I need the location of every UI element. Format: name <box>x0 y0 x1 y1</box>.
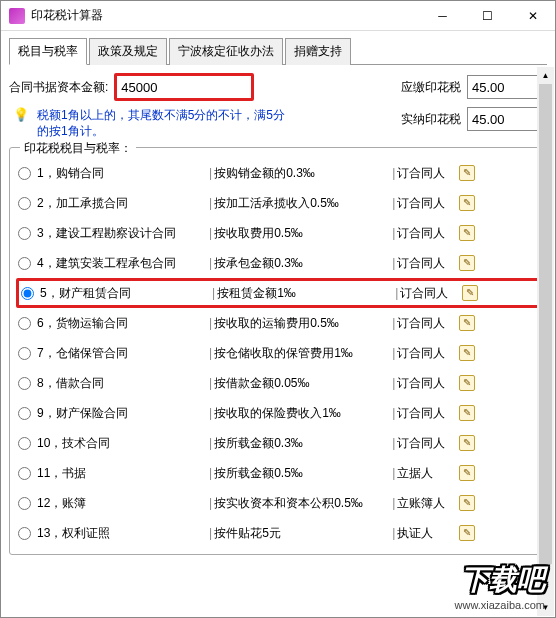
tax-item-party: 订合同人 <box>397 195 455 212</box>
tax-item-row: 7，仓储保管合同|按仓储收取的保管费用1‰|订合同人 <box>16 338 540 368</box>
doc-icon[interactable] <box>462 285 478 301</box>
window-buttons: ─ ☐ ✕ <box>420 1 555 31</box>
tax-item-row: 13，权利证照|按件贴花5元|执证人 <box>16 518 540 548</box>
tax-item-name[interactable]: 1，购销合同 <box>37 165 207 182</box>
doc-icon[interactable] <box>459 495 475 511</box>
doc-icon[interactable] <box>459 465 475 481</box>
tax-radio[interactable] <box>18 317 31 330</box>
tax-item-name[interactable]: 7，仓储保管合同 <box>37 345 207 362</box>
separator: | <box>392 166 395 180</box>
tax-radio[interactable] <box>18 347 31 360</box>
tax-radio[interactable] <box>18 497 31 510</box>
tax-item-desc: 按收取的保险费收入1‰ <box>214 405 390 422</box>
maximize-button[interactable]: ☐ <box>465 1 510 31</box>
groupbox-title: 印花税税目与税率： <box>20 140 136 157</box>
minimize-button[interactable]: ─ <box>420 1 465 31</box>
tax-item-desc: 按件贴花5元 <box>214 525 390 542</box>
close-button[interactable]: ✕ <box>510 1 555 31</box>
tax-radio[interactable] <box>21 287 34 300</box>
tax-radio[interactable] <box>18 377 31 390</box>
tax-item-desc: 按租赁金额1‰ <box>217 285 393 302</box>
tax-item-desc: 按借款金额0.05‰ <box>214 375 390 392</box>
doc-icon[interactable] <box>459 165 475 181</box>
separator: | <box>392 256 395 270</box>
separator: | <box>392 346 395 360</box>
tax-item-name[interactable]: 11，书据 <box>37 465 207 482</box>
tax-item-desc: 按所载金额0.5‰ <box>214 465 390 482</box>
scroll-up-button[interactable]: ▲ <box>537 67 554 84</box>
amount-input[interactable] <box>114 73 254 101</box>
tab-ningbo[interactable]: 宁波核定征收办法 <box>169 38 283 65</box>
doc-icon[interactable] <box>459 225 475 241</box>
tax-item-name[interactable]: 5，财产租赁合同 <box>40 285 210 302</box>
tax-item-row: 10，技术合同|按所载金额0.3‰|订合同人 <box>16 428 540 458</box>
separator: | <box>209 526 212 540</box>
tax-radio[interactable] <box>18 527 31 540</box>
tax-item-name[interactable]: 10，技术合同 <box>37 435 207 452</box>
tax-item-desc: 按实收资本和资本公积0.5‰ <box>214 495 390 512</box>
tab-donate[interactable]: 捐赠支持 <box>285 38 351 65</box>
watermark-title: 下载吧 <box>455 561 545 599</box>
tax-item-name[interactable]: 8，借款合同 <box>37 375 207 392</box>
separator: | <box>395 286 398 300</box>
separator: | <box>392 436 395 450</box>
separator: | <box>209 256 212 270</box>
tax-radio[interactable] <box>18 227 31 240</box>
doc-icon[interactable] <box>459 525 475 541</box>
tab-bar: 税目与税率 政策及规定 宁波核定征收办法 捐赠支持 <box>9 37 547 65</box>
separator: | <box>392 196 395 210</box>
tax-item-name[interactable]: 9，财产保险合同 <box>37 405 207 422</box>
tax-radio[interactable] <box>18 167 31 180</box>
titlebar: 印花税计算器 ─ ☐ ✕ <box>1 1 555 31</box>
bulb-icon: 💡 <box>13 107 29 123</box>
tax-item-name[interactable]: 13，权利证照 <box>37 525 207 542</box>
tax-item-row: 5，财产租赁合同|按租赁金额1‰|订合同人 <box>16 278 540 308</box>
scroll-thumb[interactable] <box>539 84 552 564</box>
actual-label: 实纳印花税 <box>401 111 461 128</box>
main-window: 印花税计算器 ─ ☐ ✕ 税目与税率 政策及规定 宁波核定征收办法 捐赠支持 合… <box>0 0 556 618</box>
items-container: 1，购销合同|按购销金额的0.3‰|订合同人2，加工承揽合同|按加工活承揽收入0… <box>16 158 540 548</box>
watermark: 下载吧 www.xiazaiba.com <box>455 561 545 611</box>
doc-icon[interactable] <box>459 405 475 421</box>
tab-rates[interactable]: 税目与税率 <box>9 38 87 65</box>
tax-item-desc: 按承包金额0.3‰ <box>214 255 390 272</box>
tax-radio[interactable] <box>18 407 31 420</box>
separator: | <box>212 286 215 300</box>
tax-radio[interactable] <box>18 437 31 450</box>
tax-item-row: 11，书据|按所载金额0.5‰|立据人 <box>16 458 540 488</box>
tax-item-desc: 按加工活承揽收入0.5‰ <box>214 195 390 212</box>
separator: | <box>209 376 212 390</box>
tax-item-row: 8，借款合同|按借款金额0.05‰|订合同人 <box>16 368 540 398</box>
doc-icon[interactable] <box>459 255 475 271</box>
vertical-scrollbar[interactable]: ▲ ▼ <box>537 67 554 616</box>
doc-icon[interactable] <box>459 195 475 211</box>
amount-label: 合同书据资本金额: <box>9 79 108 96</box>
tax-item-name[interactable]: 4，建筑安装工程承包合同 <box>37 255 207 272</box>
tax-radio[interactable] <box>18 467 31 480</box>
tax-item-name[interactable]: 3，建设工程勘察设计合同 <box>37 225 207 242</box>
tax-item-desc: 按购销金额的0.3‰ <box>214 165 390 182</box>
tax-item-party: 订合同人 <box>397 315 455 332</box>
tax-item-row: 12，账簿|按实收资本和资本公积0.5‰|立账簿人 <box>16 488 540 518</box>
tax-item-party: 订合同人 <box>397 255 455 272</box>
doc-icon[interactable] <box>459 315 475 331</box>
separator: | <box>209 226 212 240</box>
watermark-url: www.xiazaiba.com <box>455 599 545 611</box>
tax-item-row: 1，购销合同|按购销金额的0.3‰|订合同人 <box>16 158 540 188</box>
doc-icon[interactable] <box>459 375 475 391</box>
tax-item-desc: 按所载金额0.3‰ <box>214 435 390 452</box>
tax-item-desc: 按仓储收取的保管费用1‰ <box>214 345 390 362</box>
tax-item-name[interactable]: 2，加工承揽合同 <box>37 195 207 212</box>
window-title: 印花税计算器 <box>31 7 420 24</box>
tax-radio[interactable] <box>18 197 31 210</box>
tax-item-name[interactable]: 6，货物运输合同 <box>37 315 207 332</box>
doc-icon[interactable] <box>459 345 475 361</box>
doc-icon[interactable] <box>459 435 475 451</box>
amount-row: 合同书据资本金额: 应缴印花税 <box>9 73 547 101</box>
content-area: 税目与税率 政策及规定 宁波核定征收办法 捐赠支持 合同书据资本金额: 应缴印花… <box>1 31 555 561</box>
separator: | <box>392 406 395 420</box>
tax-radio[interactable] <box>18 257 31 270</box>
tab-policy[interactable]: 政策及规定 <box>89 38 167 65</box>
tax-item-name[interactable]: 12，账簿 <box>37 495 207 512</box>
separator: | <box>392 466 395 480</box>
